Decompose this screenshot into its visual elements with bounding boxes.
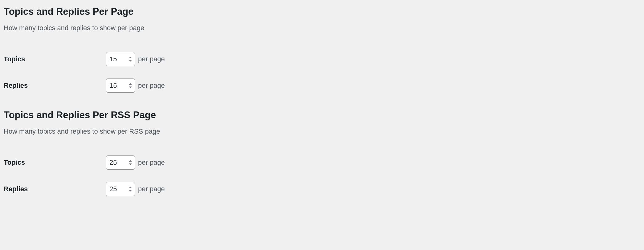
topics-label: Topics <box>4 46 106 72</box>
rss-topics-label: Topics <box>4 149 106 176</box>
replies-label: Replies <box>4 72 106 99</box>
per-page-settings-table: Topics per page <box>4 46 640 99</box>
stepper-down-icon[interactable] <box>128 86 133 89</box>
stepper-icon <box>128 159 133 166</box>
topics-per-page-suffix: per page <box>138 55 165 63</box>
stepper-up-icon[interactable] <box>128 159 133 163</box>
per-rss-heading: Topics and Replies Per RSS Page <box>4 110 640 121</box>
per-rss-settings-table: Topics per page <box>4 149 640 202</box>
stepper-icon <box>128 55 133 63</box>
stepper-down-icon[interactable] <box>128 163 133 166</box>
rss-replies-label: Replies <box>4 176 106 202</box>
stepper-up-icon[interactable] <box>128 185 133 189</box>
stepper-icon <box>128 82 133 89</box>
replies-per-page-suffix: per page <box>138 82 165 90</box>
per-rss-description: How many topics and replies to show per … <box>4 127 640 135</box>
rss-replies-per-page-suffix: per page <box>138 185 165 193</box>
stepper-up-icon[interactable] <box>128 55 133 59</box>
stepper-up-icon[interactable] <box>128 82 133 86</box>
per-page-description: How many topics and replies to show per … <box>4 24 640 32</box>
rss-topics-per-page-suffix: per page <box>138 159 165 167</box>
stepper-down-icon[interactable] <box>128 59 133 63</box>
stepper-icon <box>128 185 133 193</box>
stepper-down-icon[interactable] <box>128 189 133 193</box>
per-page-heading: Topics and Replies Per Page <box>4 6 640 17</box>
